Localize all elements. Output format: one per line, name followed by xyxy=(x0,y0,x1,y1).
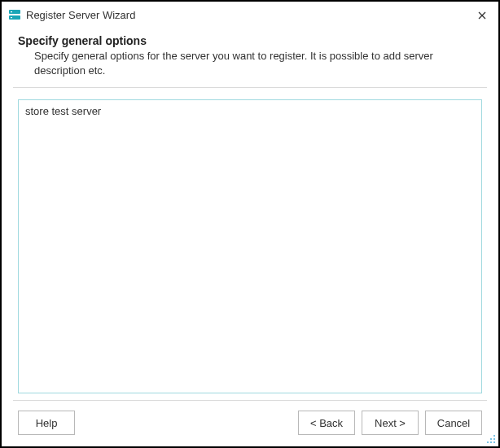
page-subheading: Specify general options for the server y… xyxy=(18,49,482,77)
svg-rect-2 xyxy=(11,11,12,12)
help-button[interactable]: Help xyxy=(18,411,75,435)
server-icon xyxy=(8,8,21,21)
next-button[interactable]: Next > xyxy=(362,411,419,435)
titlebar: Register Server Wizard xyxy=(2,2,498,28)
close-icon xyxy=(478,8,486,22)
header-block: Specify general options Specify general … xyxy=(2,28,498,87)
content-area xyxy=(2,88,498,400)
wizard-window: Register Server Wizard Specify general o… xyxy=(0,0,500,448)
svg-rect-3 xyxy=(11,17,12,18)
window-title: Register Server Wizard xyxy=(26,9,472,21)
footer-bar: Help < Back Next > Cancel xyxy=(2,401,498,446)
page-heading: Specify general options xyxy=(18,34,482,47)
cancel-button[interactable]: Cancel xyxy=(425,411,482,435)
close-button[interactable] xyxy=(472,5,492,24)
back-button[interactable]: < Back xyxy=(298,411,355,435)
server-description-input[interactable] xyxy=(18,99,482,393)
